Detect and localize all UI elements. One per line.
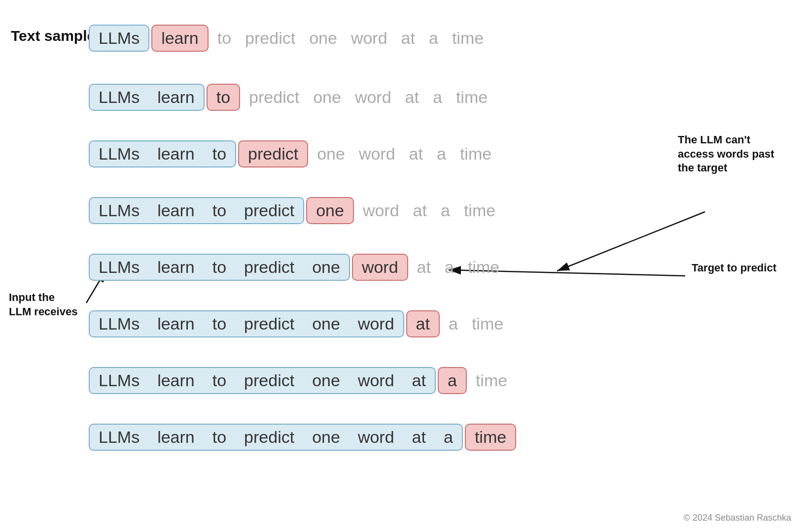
context-word: LLMs xyxy=(90,201,148,220)
context-word: at xyxy=(403,428,435,447)
context-word: one xyxy=(303,314,349,333)
plain-word: one xyxy=(306,88,348,107)
main-container: Text sample: The LLM can't access words … xyxy=(0,0,806,532)
plain-word: a xyxy=(430,144,453,164)
target-word-row1: learn xyxy=(151,25,209,52)
context-word: predict xyxy=(235,371,303,390)
plain-word: at xyxy=(410,258,438,277)
plain-word: a xyxy=(442,314,465,333)
context-box-row6: LLMslearntopredictoneword xyxy=(89,310,404,337)
context-box-row7: LLMslearntopredictonewordat xyxy=(89,367,436,394)
target-word-row8: time xyxy=(465,424,516,451)
context-word: one xyxy=(303,371,349,390)
context-word: predict xyxy=(235,314,303,333)
plain-word: time xyxy=(457,201,502,220)
target-word-row4: one xyxy=(306,197,354,224)
annotation-target-to-predict: Target to predict xyxy=(692,261,776,275)
target-word-row7: a xyxy=(438,367,467,394)
row-5: LLMslearntopredictonewordatatime xyxy=(89,254,506,281)
plain-word: time xyxy=(449,88,494,107)
context-word: LLMs xyxy=(90,144,148,164)
plain-word: a xyxy=(422,29,445,48)
context-word: learn xyxy=(148,428,204,447)
plain-word: at xyxy=(394,29,422,48)
context-word: to xyxy=(204,314,235,333)
context-word: word xyxy=(349,428,403,447)
row-3: LLMslearntopredictonewordatatime xyxy=(89,140,498,167)
svg-line-1 xyxy=(557,212,705,271)
context-word: to xyxy=(204,371,235,390)
plain-word: time xyxy=(465,314,510,333)
plain-word: predict xyxy=(242,88,306,107)
context-word: one xyxy=(303,428,349,447)
row-7: LLMslearntopredictonewordatatime xyxy=(89,367,514,394)
context-box-row8: LLMslearntopredictonewordata xyxy=(89,424,463,451)
context-box-row5: LLMslearntopredictone xyxy=(89,254,350,281)
context-word: to xyxy=(204,201,235,220)
context-word: word xyxy=(349,314,403,333)
annotation-input-llm-receives: Input the LLM receives xyxy=(9,291,78,319)
context-box-row3: LLMslearnto xyxy=(89,140,236,167)
context-word: LLMs xyxy=(90,371,148,390)
context-word: learn xyxy=(148,201,204,220)
context-word: learn xyxy=(148,258,204,277)
target-word-row6: at xyxy=(406,310,440,337)
plain-word: at xyxy=(406,201,434,220)
context-word: at xyxy=(403,371,435,390)
context-word: learn xyxy=(148,371,204,390)
context-word: LLMs xyxy=(90,314,148,333)
context-word: word xyxy=(349,371,403,390)
plain-word: time xyxy=(453,144,498,164)
plain-word: one xyxy=(302,29,344,48)
plain-word: one xyxy=(310,144,352,164)
plain-word: word xyxy=(356,201,406,220)
plain-word: time xyxy=(469,371,514,390)
plain-word: at xyxy=(402,144,430,164)
plain-word: a xyxy=(426,88,449,107)
context-box-row1: LLMs xyxy=(89,25,149,52)
row-4: LLMslearntopredictonewordatatime xyxy=(89,197,502,224)
plain-word: time xyxy=(461,258,506,277)
plain-word: time xyxy=(445,29,491,48)
plain-word: at xyxy=(398,88,426,107)
row-2: LLMslearntopredictonewordatatime xyxy=(89,84,494,111)
context-word: to xyxy=(204,258,235,277)
annotation-llm-cant-access: The LLM can't access words past the targ… xyxy=(678,133,776,175)
context-word: to xyxy=(204,428,235,447)
copyright: © 2024 Sebastian Raschka xyxy=(684,513,791,523)
context-word: LLMs xyxy=(90,258,148,277)
row-8: LLMslearntopredictonewordatatime xyxy=(89,424,518,451)
context-word: a xyxy=(435,428,462,447)
row-6: LLMslearntopredictonewordatatime xyxy=(89,310,510,337)
target-word-row2: to xyxy=(207,84,240,111)
context-box-row4: LLMslearntopredict xyxy=(89,197,304,224)
target-word-row3: predict xyxy=(238,140,308,167)
target-word-row5: word xyxy=(352,254,408,281)
context-word: LLMs xyxy=(90,428,148,447)
plain-word: to xyxy=(210,29,238,48)
text-sample-label: Text sample: xyxy=(11,27,100,45)
context-word: learn xyxy=(148,144,204,164)
context-box-row2: LLMslearn xyxy=(89,84,205,111)
context-word: predict xyxy=(235,258,303,277)
context-word: LLMs xyxy=(90,88,148,107)
plain-word: a xyxy=(438,258,461,277)
plain-word: a xyxy=(434,201,457,220)
context-word: learn xyxy=(148,314,204,333)
context-word: predict xyxy=(235,428,303,447)
context-word: to xyxy=(204,144,235,164)
context-word: one xyxy=(303,258,349,277)
plain-word: word xyxy=(344,29,394,48)
plain-word: word xyxy=(348,88,398,107)
plain-word: predict xyxy=(238,29,302,48)
context-word: learn xyxy=(148,88,204,107)
context-word: predict xyxy=(235,201,303,220)
plain-word: word xyxy=(352,144,402,164)
row-1: LLMslearntopredictonewordatatime xyxy=(89,25,491,52)
context-word: LLMs xyxy=(90,29,148,48)
